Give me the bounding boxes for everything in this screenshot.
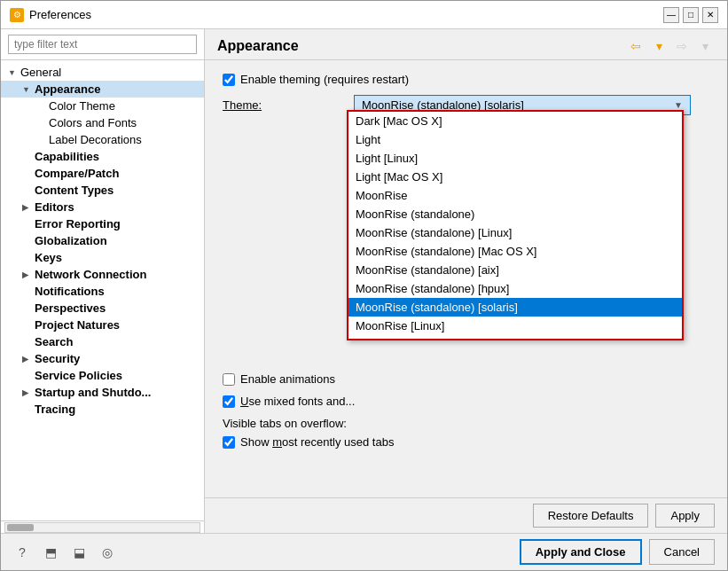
sidebar-item-network-connection[interactable]: ▶ Network Connection	[1, 266, 204, 283]
sidebar-item-keys[interactable]: Keys	[1, 249, 204, 266]
header-nav: ⇦ ▾ ⇨ ▾	[626, 36, 715, 56]
cancel-button[interactable]: Cancel	[649, 539, 715, 565]
sidebar-item-search[interactable]: Search	[1, 333, 204, 350]
expand-arrow: ▶	[22, 203, 31, 212]
sidebar-item-label: Tracing	[35, 403, 75, 416]
sidebar-item-error-reporting[interactable]: Error Reporting	[1, 215, 204, 232]
preferences-window: ⚙ Preferences — □ ✕ ▼ General ▼	[0, 0, 728, 571]
sidebar-item-label: Content Types	[35, 184, 114, 197]
sidebar-item-label: Compare/Patch	[35, 167, 119, 180]
sidebar-item-label: Project Natures	[35, 318, 120, 332]
sidebar-item-label: Error Reporting	[35, 217, 121, 231]
sidebar-item-startup-shutdown[interactable]: ▶ Startup and Shutdo...	[1, 384, 204, 401]
import-icon[interactable]: ⬓	[70, 544, 88, 561]
footer-right: Apply and Close Cancel	[520, 539, 715, 565]
back-nav-button[interactable]: ⇦	[626, 36, 646, 56]
theme-label: Theme:	[223, 98, 347, 112]
dropdown-item-moonrise-standalone-hpux[interactable]: MoonRise (standalone) [hpux]	[348, 279, 682, 298]
sidebar-item-service-policies[interactable]: Service Policies	[1, 367, 204, 384]
sidebar-item-perspectives[interactable]: Perspectives	[1, 300, 204, 317]
expand-arrow: ▶	[22, 355, 31, 364]
sidebar-item-label-decorations[interactable]: Label Decorations	[1, 131, 204, 148]
sidebar-item-project-natures[interactable]: Project Natures	[1, 317, 204, 333]
footer: ? ⬒ ⬓ ◎ Apply and Close Cancel	[1, 533, 727, 570]
sidebar-item-globalization[interactable]: Globalization	[1, 232, 204, 249]
sidebar-bottom	[1, 520, 204, 533]
window-controls: — □ ✕	[663, 7, 718, 23]
use-mixed-fonts-row: Use mixed fonts and...	[223, 395, 709, 408]
sidebar-item-label: Keys	[35, 251, 62, 264]
minimize-button[interactable]: —	[663, 7, 679, 23]
close-button[interactable]: ✕	[702, 7, 718, 23]
window-icon: ⚙	[10, 8, 24, 22]
sidebar-item-appearance[interactable]: ▼ Appearance	[1, 81, 204, 98]
dropdown-item-moonrise-standalone-solaris[interactable]: MoonRise (standalone) [solaris]	[348, 298, 682, 317]
sidebar-item-label: Editors	[35, 200, 74, 214]
sidebar-item-label: Appearance	[35, 82, 100, 96]
nav-dropdown-button[interactable]: ▾	[649, 36, 669, 56]
forward-nav-button[interactable]: ⇨	[672, 36, 692, 56]
sidebar-item-label: Label Decorations	[49, 133, 142, 146]
expand-arrow: ▶	[22, 388, 31, 397]
export-icon[interactable]: ⬒	[42, 544, 59, 561]
dropdown-item-moonrise-linux[interactable]: MoonRise [Linux]	[348, 317, 682, 335]
dropdown-item-light-linux[interactable]: Light [Linux]	[348, 149, 682, 168]
sidebar-item-label: Search	[35, 335, 73, 348]
main-content: ▼ General ▼ Appearance Color Theme Color…	[1, 29, 727, 533]
nav-menu-button[interactable]: ▾	[695, 36, 715, 56]
sidebar-item-label: General	[20, 66, 61, 79]
window-title: Preferences	[29, 8, 91, 21]
restore-defaults-button[interactable]: Restore Defaults	[533, 504, 649, 528]
show-recently-checkbox[interactable]	[223, 436, 235, 449]
panel-body: Enable theming (requires restart) Theme:…	[205, 60, 727, 497]
enable-animations-checkbox[interactable]	[223, 373, 235, 386]
dropdown-item-moonrise-standalone-mac[interactable]: MoonRise (standalone) [Mac OS X]	[348, 242, 682, 261]
sidebar-item-content-types[interactable]: Content Types	[1, 182, 204, 199]
dropdown-item-light[interactable]: Light	[348, 130, 682, 149]
help-icon[interactable]: ?	[13, 544, 31, 561]
visible-tabs-label: Visible tabs on overflow:	[223, 417, 709, 430]
sidebar-item-label: Network Connection	[35, 268, 146, 281]
dropdown-arrow-icon: ▼	[674, 100, 683, 110]
use-mixed-fonts-label: Use mixed fonts and...	[240, 395, 355, 408]
right-panel: Appearance ⇦ ▾ ⇨ ▾ Enable theming (requi…	[205, 29, 727, 533]
filter-box	[1, 29, 204, 60]
dropdown-item-moonrise-standalone-linux[interactable]: MoonRise (standalone) [Linux]	[348, 223, 682, 242]
enable-animations-label: Enable animations	[240, 372, 335, 386]
enable-theming-checkbox[interactable]	[223, 74, 235, 86]
sidebar-item-tracing[interactable]: Tracing	[1, 401, 204, 418]
sidebar-item-label: Color Theme	[49, 99, 115, 113]
filter-input[interactable]	[8, 35, 197, 54]
dropdown-item-moonrise-mac[interactable]: MoonRise [Mac OS X]	[348, 335, 682, 340]
settings-icon[interactable]: ◎	[98, 544, 116, 561]
sidebar-item-label: Globalization	[35, 234, 107, 247]
dropdown-list[interactable]: Dark [Mac OS X] Light Light [Linux] Ligh…	[347, 110, 684, 340]
sidebar-item-compare-patch[interactable]: Compare/Patch	[1, 165, 204, 182]
sidebar-item-colors-and-fonts[interactable]: Colors and Fonts	[1, 114, 204, 131]
dropdown-item-light-mac[interactable]: Light [Mac OS X]	[348, 168, 682, 186]
sidebar-item-security[interactable]: ▶ Security	[1, 350, 204, 367]
sidebar-item-color-theme[interactable]: Color Theme	[1, 98, 204, 114]
footer-left: ? ⬒ ⬓ ◎	[13, 544, 116, 561]
sidebar-item-notifications[interactable]: Notifications	[1, 283, 204, 300]
dropdown-item-dark-mac[interactable]: Dark [Mac OS X]	[348, 112, 682, 130]
apply-button[interactable]: Apply	[655, 504, 715, 528]
scrollbar-thumb	[7, 524, 34, 531]
sidebar-item-capabilities[interactable]: Capabilities	[1, 148, 204, 165]
dropdown-item-moonrise-standalone[interactable]: MoonRise (standalone)	[348, 205, 682, 223]
sidebar-item-editors[interactable]: ▶ Editors	[1, 199, 204, 215]
horizontal-scrollbar[interactable]	[4, 522, 200, 533]
sidebar-item-label: Security	[35, 352, 80, 365]
title-bar: ⚙ Preferences — □ ✕	[1, 1, 727, 29]
dropdown-item-moonrise-standalone-aix[interactable]: MoonRise (standalone) [aix]	[348, 261, 682, 279]
dropdown-item-moonrise[interactable]: MoonRise	[348, 186, 682, 205]
theme-dropdown: Dark [Mac OS X] Light Light [Linux] Ligh…	[347, 110, 684, 340]
enable-theming-label: Enable theming (requires restart)	[240, 73, 409, 86]
use-mixed-fonts-checkbox[interactable]	[223, 395, 235, 408]
sidebar-item-label: Capabilities	[35, 150, 99, 163]
tree-view: ▼ General ▼ Appearance Color Theme Color…	[1, 60, 204, 520]
maximize-button[interactable]: □	[683, 7, 699, 23]
sidebar-item-general[interactable]: ▼ General	[1, 64, 204, 81]
apply-and-close-button[interactable]: Apply and Close	[520, 539, 642, 565]
show-recently-row: Show most recently used tabs	[223, 435, 709, 449]
